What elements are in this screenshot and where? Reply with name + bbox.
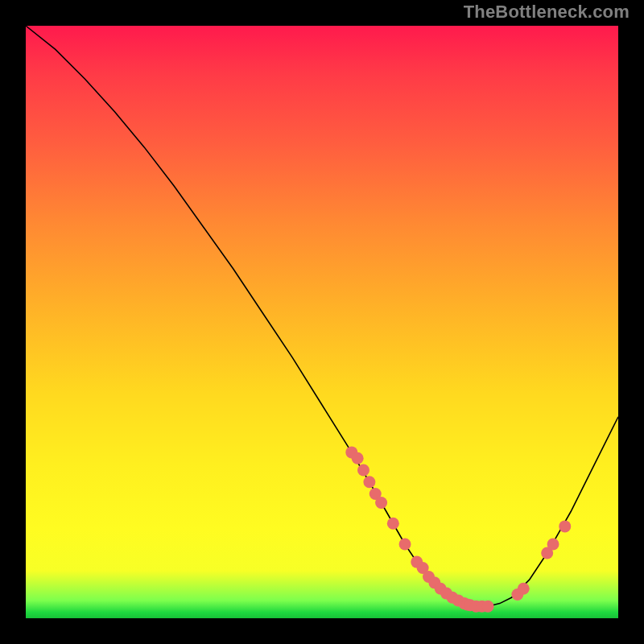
sample-point: [399, 539, 411, 551]
bottleneck-curve: [26, 26, 618, 606]
sample-point: [518, 583, 530, 595]
sample-points-group: [345, 446, 571, 612]
sample-point: [357, 464, 369, 477]
sample-point: [547, 539, 559, 551]
curve-svg: [26, 26, 618, 618]
sample-point: [375, 497, 387, 509]
sample-point: [363, 476, 375, 488]
sample-point: [482, 601, 494, 613]
plot-area: [26, 26, 618, 618]
watermark-text: TheBottleneck.com: [464, 2, 630, 23]
sample-point: [352, 452, 364, 464]
sample-point: [387, 518, 399, 530]
chart-frame: TheBottleneck.com: [0, 0, 644, 644]
sample-point: [559, 520, 571, 532]
